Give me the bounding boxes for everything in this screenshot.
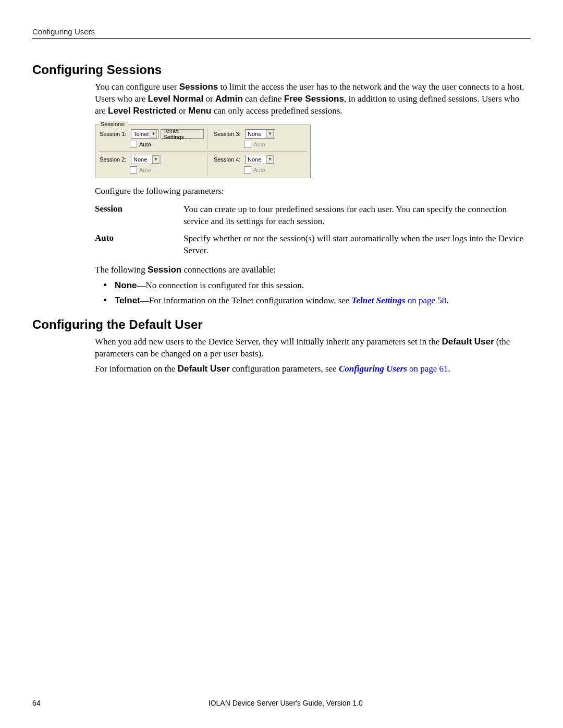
session1-auto[interactable]: Auto xyxy=(130,141,204,148)
param-desc-session: You can create up to four predefined ses… xyxy=(183,204,525,228)
text-fragment: can only access predefined sessions. xyxy=(211,106,342,116)
link-configuring-users[interactable]: Configuring Users xyxy=(339,364,407,374)
session4-select-value: None xyxy=(248,156,261,163)
session2-auto-label: Auto xyxy=(139,167,151,173)
bold-session: Session xyxy=(148,265,181,275)
session1-select[interactable]: Telnet ▼ xyxy=(131,129,158,139)
session2-auto: Auto xyxy=(130,166,204,174)
param-desc-auto: Specify whether or not the session(s) wi… xyxy=(183,233,525,257)
default-user-p1: When you add new users to the Device Ser… xyxy=(95,336,525,360)
footer-doc-title: IOLAN Device Server User's Guide, Versio… xyxy=(209,699,363,707)
param-table: Session You can create up to four predef… xyxy=(95,204,525,257)
configure-line: Configure the following parameters: xyxy=(95,186,525,198)
checkbox-icon xyxy=(130,166,137,174)
session4-auto-label: Auto xyxy=(253,167,265,173)
session3-label: Session 3: xyxy=(214,131,243,137)
param-row-session: Session You can create up to four predef… xyxy=(95,204,525,228)
bold-menu: Menu xyxy=(188,106,211,116)
page-footer: 64 IOLAN Device Server User's Guide, Ver… xyxy=(32,699,531,707)
bullet-telnet-term: Telnet xyxy=(115,295,140,305)
text-fragment: The following xyxy=(95,265,148,275)
chevron-down-icon: ▼ xyxy=(266,155,274,164)
text-fragment: When you add new users to the Device Ser… xyxy=(95,337,442,347)
session1-cell: Session 1: Telnet ▼ Telnet Settings... A… xyxy=(99,127,207,150)
session1-select-value: Telnet xyxy=(133,131,149,137)
text-fragment: connections are available: xyxy=(181,265,276,275)
bold-default-user-2: Default User xyxy=(178,364,230,374)
text-fragment: . xyxy=(448,364,450,374)
text-fragment: configuration parameters, see xyxy=(230,364,339,374)
session2-label: Session 2: xyxy=(100,156,129,163)
param-row-auto: Auto Specify whether or not the session(… xyxy=(95,233,525,257)
bold-free-sessions: Free Sessions xyxy=(284,94,344,104)
text-fragment: For information on the xyxy=(95,364,178,374)
session4-label: Session 4: xyxy=(214,156,243,163)
session4-auto: Auto xyxy=(244,166,306,174)
checkbox-icon xyxy=(130,141,137,148)
text-fragment: can define xyxy=(243,94,284,104)
available-line: The following Session connections are av… xyxy=(95,264,525,276)
sessions-fieldset: Sessions: Session 1: Telnet ▼ Telnet Set… xyxy=(95,125,311,178)
running-header: Configuring Users xyxy=(32,27,531,37)
telnet-settings-button[interactable]: Telnet Settings... xyxy=(161,129,204,139)
default-user-p2: For information on the Default User conf… xyxy=(95,363,525,375)
page-number: 64 xyxy=(32,699,41,707)
text-fragment: or xyxy=(203,94,215,104)
heading-configuring-sessions: Configuring Sessions xyxy=(32,63,531,77)
session1-auto-label: Auto xyxy=(139,141,151,147)
fieldset-divider xyxy=(99,151,307,152)
sessions-intro: You can configure user Sessions to limit… xyxy=(95,81,525,117)
bold-default-user: Default User xyxy=(442,337,494,347)
session2-cell: Session 2: None ▼ Auto xyxy=(99,153,207,176)
bold-level-normal: Level Normal xyxy=(148,94,204,104)
session4-select[interactable]: None ▼ xyxy=(245,155,275,164)
text-fragment: . xyxy=(446,295,448,305)
bullet-list: None—No connection is configured for thi… xyxy=(103,280,525,307)
session3-select-value: None xyxy=(248,131,261,137)
session3-cell: Session 3: None ▼ Auto xyxy=(212,127,307,150)
text-fragment: You can configure user xyxy=(95,82,179,92)
heading-configuring-default-user: Configuring the Default User xyxy=(32,317,531,332)
link-page-ref-2[interactable]: on page 61 xyxy=(407,364,448,374)
session2-select[interactable]: None ▼ xyxy=(131,155,161,164)
session2-select-value: None xyxy=(133,156,147,163)
session3-auto: Auto xyxy=(244,141,306,148)
bold-level-restricted: Level Restricted xyxy=(108,106,176,116)
session1-label: Session 1: xyxy=(100,131,129,137)
bullet-none: None—No connection is configured for thi… xyxy=(103,280,525,292)
param-name-session: Session xyxy=(95,204,183,214)
bullet-telnet-text: —For information on the Telnet configura… xyxy=(140,295,352,305)
param-name-auto: Auto xyxy=(95,233,183,243)
header-rule xyxy=(32,38,531,39)
bold-admin: Admin xyxy=(215,94,243,104)
bold-sessions: Sessions xyxy=(179,82,218,92)
session3-select[interactable]: None ▼ xyxy=(245,129,275,139)
checkbox-icon xyxy=(244,166,251,174)
chevron-down-icon: ▼ xyxy=(266,130,274,138)
session4-cell: Session 4: None ▼ Auto xyxy=(212,153,307,176)
link-telnet-settings[interactable]: Telnet Settings xyxy=(352,295,406,305)
fieldset-legend: Sessions: xyxy=(99,121,128,127)
bullet-none-text: —No connection is configured for this se… xyxy=(137,280,304,290)
text-fragment: or xyxy=(176,106,188,116)
chevron-down-icon: ▼ xyxy=(152,155,160,164)
bullet-none-term: None xyxy=(115,280,137,290)
bullet-telnet: Telnet—For information on the Telnet con… xyxy=(103,295,525,307)
session3-auto-label: Auto xyxy=(253,141,265,147)
chevron-down-icon: ▼ xyxy=(150,130,157,138)
checkbox-icon xyxy=(244,141,251,148)
link-page-ref[interactable]: on page 58 xyxy=(405,295,446,305)
